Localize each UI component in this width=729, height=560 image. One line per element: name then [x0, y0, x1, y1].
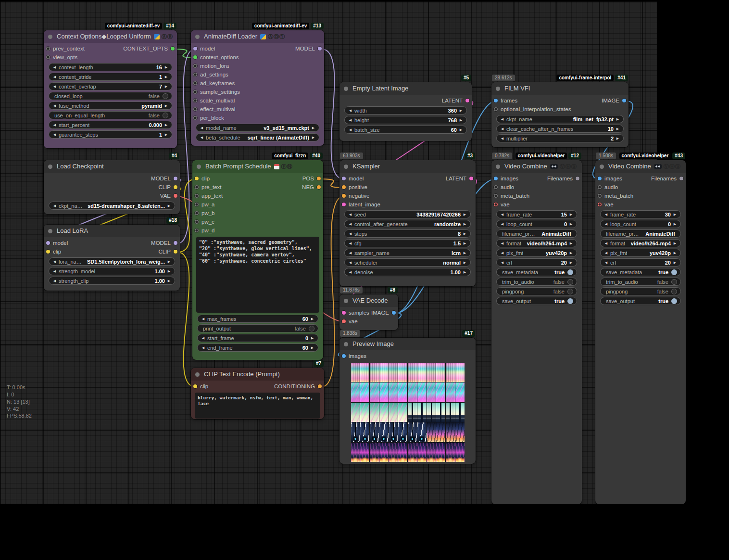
decrement-arrow[interactable]: ◀ [500, 251, 504, 255]
input-slot-dot[interactable] [46, 241, 50, 245]
input-slot-dot[interactable] [193, 99, 197, 102]
save_metadata-widget[interactable]: save_metadatatrue [600, 268, 681, 276]
animatediff-loader-titlebar[interactable]: AnimateDiff LoaderⒶⒹ① [191, 30, 324, 43]
decrement-arrow[interactable]: ◀ [500, 127, 504, 131]
input-slot-dot[interactable] [342, 203, 346, 206]
use_on_equal_length-widget[interactable]: use_on_equal_lengthfalse [49, 111, 172, 119]
crf-widget[interactable]: ◀crf20▶ [496, 258, 577, 267]
increment-arrow[interactable]: ▶ [463, 270, 467, 274]
toggle-knob[interactable] [309, 326, 314, 331]
decrement-arrow[interactable]: ◀ [500, 117, 504, 121]
toggle-knob[interactable] [671, 298, 677, 304]
increment-arrow[interactable]: ▶ [569, 222, 573, 226]
start_percent-widget[interactable]: ◀start_percent0.000▶ [49, 121, 172, 129]
context-options-titlebar[interactable]: Context Options◆Looped UniformⒶⒷ [44, 30, 177, 43]
increment-arrow[interactable]: ▶ [463, 261, 467, 265]
clip-text-encode-titlebar[interactable]: CLIP Text Encode (Prompt) [191, 368, 324, 381]
toggle-knob[interactable] [671, 279, 677, 285]
decrement-arrow[interactable]: ◀ [52, 204, 57, 208]
input-slot-dot[interactable] [46, 47, 50, 51]
empty-latent-image-titlebar[interactable]: Empty Latent Image [339, 82, 472, 95]
input-slot-dot[interactable] [195, 177, 199, 180]
decrement-arrow[interactable]: ◀ [604, 261, 608, 265]
start_frame-widget[interactable]: ◀start_frame0▶ [197, 334, 318, 342]
output-slot-dot[interactable] [392, 311, 396, 315]
empty-latent-image-node[interactable]: #5Empty Latent ImageLATENT◀width360▶◀hei… [339, 82, 472, 141]
increment-arrow[interactable]: ▶ [463, 232, 467, 236]
input-slot-dot[interactable] [598, 177, 602, 180]
lora_name-widget[interactable]: ◀lora_nameSD1.5\lcm\pytorch_lora_weig...… [49, 257, 175, 266]
toggle-knob[interactable] [567, 279, 573, 285]
clip-text-encode-text[interactable]: blurry, watermark, nsfw, text, man, woma… [195, 393, 320, 419]
denoise-widget[interactable]: ◀denoise1.00▶ [344, 268, 471, 276]
increment-arrow[interactable]: ▶ [164, 123, 168, 127]
decrement-arrow[interactable]: ◀ [348, 251, 352, 255]
context_length-widget[interactable]: ◀context_length16▶ [49, 63, 172, 71]
increment-arrow[interactable]: ▶ [463, 213, 467, 216]
save_output-widget[interactable]: save_outputtrue [496, 297, 577, 305]
ksampler-titlebar[interactable]: KSampler [339, 160, 476, 173]
context_overlap-widget[interactable]: ◀context_overlap7▶ [49, 82, 172, 90]
decrement-arrow[interactable]: ◀ [500, 213, 504, 216]
decrement-arrow[interactable]: ◀ [52, 133, 57, 137]
input-slot-dot[interactable] [598, 194, 602, 198]
input-slot-dot[interactable] [46, 250, 50, 254]
preview-image-node[interactable]: 1.838s#17Preview Imageimages [339, 338, 476, 464]
output-slot-dot[interactable] [174, 250, 177, 254]
clip-text-encode-node[interactable]: #7CLIP Text Encode (Prompt)clipCONDITION… [191, 368, 324, 419]
increment-arrow[interactable]: ▶ [310, 346, 314, 350]
increment-arrow[interactable]: ▶ [311, 136, 315, 140]
steps-widget[interactable]: ◀steps8▶ [344, 229, 471, 238]
batch-prompt-schedule-text[interactable]: "0" :"synthwave, sacred geometry", "20" … [196, 237, 319, 313]
input-slot-dot[interactable] [193, 116, 197, 120]
increment-arrow[interactable]: ▶ [569, 213, 573, 216]
increment-arrow[interactable]: ▶ [569, 242, 573, 245]
loop_count-widget[interactable]: ◀loop_count0▶ [600, 220, 681, 228]
ckpt_name-widget[interactable]: ◀ckpt_namesd15-dreamshaper_8.safeten...▶ [49, 202, 175, 210]
trim_to_audio-widget[interactable]: trim_to_audiofalse [496, 278, 577, 286]
increment-arrow[interactable]: ▶ [569, 261, 573, 265]
ksampler-node[interactable]: 63.903s#3KSamplermodelLATENTpositivenega… [339, 160, 476, 286]
increment-arrow[interactable]: ▶ [311, 126, 315, 130]
increment-arrow[interactable]: ▶ [673, 261, 677, 265]
input-slot-dot[interactable] [342, 311, 346, 315]
control_after_generate-widget[interactable]: ◀control_after_generaterandomize▶ [344, 220, 471, 228]
output-slot-dot[interactable] [174, 177, 177, 180]
seed-widget[interactable]: ◀seed343829167420266▶ [344, 210, 471, 218]
decrement-arrow[interactable]: ◀ [348, 118, 352, 122]
decrement-arrow[interactable]: ◀ [348, 213, 352, 216]
toggle-knob[interactable] [567, 269, 573, 275]
strength_clip-widget[interactable]: ◀strength_clip1.00▶ [49, 277, 175, 285]
batch_size-widget[interactable]: ◀batch_size60▶ [344, 126, 467, 134]
decrement-arrow[interactable]: ◀ [604, 251, 608, 255]
input-slot-dot[interactable] [598, 203, 602, 206]
output-slot-dot[interactable] [469, 177, 473, 180]
filename_prefix-widget[interactable]: filename_prefixAnimateDiff [496, 229, 577, 238]
increment-arrow[interactable]: ▶ [310, 336, 314, 340]
input-slot-dot[interactable] [494, 99, 498, 102]
height-widget[interactable]: ◀height768▶ [344, 116, 467, 124]
increment-arrow[interactable]: ▶ [463, 222, 467, 226]
input-slot-dot[interactable] [342, 354, 346, 358]
animatediff-loader-node[interactable]: comfyui-animatediff-ev#13AnimateDiff Loa… [191, 30, 324, 146]
graph-canvas[interactable]: comfyui-animatediff-ev#14Context Options… [0, 0, 729, 560]
increment-arrow[interactable]: ▶ [164, 133, 168, 137]
output-slot-dot[interactable] [317, 185, 321, 189]
input-slot-dot[interactable] [193, 73, 197, 76]
load-checkpoint-titlebar[interactable]: Load Checkpoint [44, 160, 180, 173]
input-slot-dot[interactable] [195, 229, 199, 232]
decrement-arrow[interactable]: ◀ [52, 269, 57, 273]
increment-arrow[interactable]: ▶ [673, 251, 677, 255]
decrement-arrow[interactable]: ◀ [348, 222, 352, 226]
vae-decode-node[interactable]: 11.676s#8VAE DecodesamplesIMAGEvae [339, 294, 398, 330]
decrement-arrow[interactable]: ◀ [348, 109, 352, 113]
trim_to_audio-widget[interactable]: trim_to_audiofalse [600, 278, 681, 286]
pingpong-widget[interactable]: pingpongfalse [496, 287, 577, 295]
decrement-arrow[interactable]: ◀ [348, 261, 352, 265]
guarantee_steps-widget[interactable]: ◀guarantee_steps1▶ [49, 130, 172, 139]
increment-arrow[interactable]: ▶ [167, 269, 171, 273]
decrement-arrow[interactable]: ◀ [52, 65, 57, 69]
decrement-arrow[interactable]: ◀ [500, 242, 504, 245]
output-slot-dot[interactable] [622, 99, 626, 102]
input-slot-dot[interactable] [193, 107, 197, 111]
